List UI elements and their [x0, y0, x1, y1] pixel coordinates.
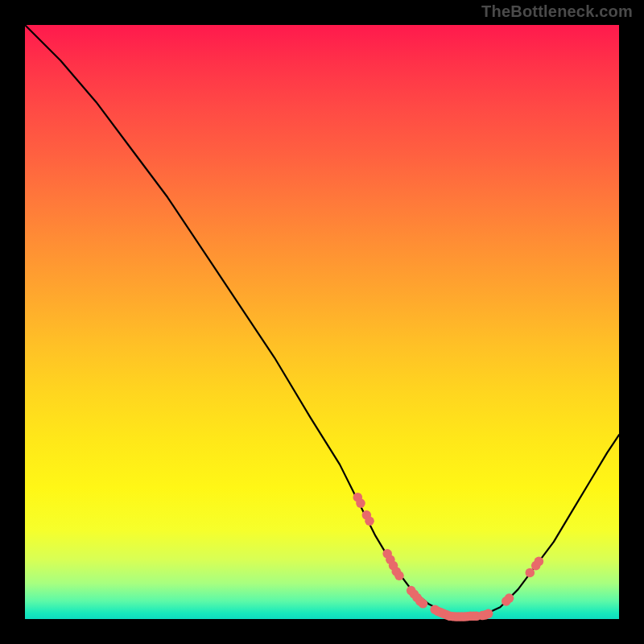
chart-canvas: TheBottleneck.com: [0, 0, 644, 644]
highlight-point: [394, 571, 404, 580]
highlight-point: [526, 568, 535, 578]
watermark-text: TheBottleneck.com: [481, 2, 633, 21]
highlight-point: [484, 609, 493, 619]
highlight-points: [353, 493, 543, 621]
highlight-point: [356, 498, 365, 508]
curve-overlay: [25, 25, 619, 619]
bottleneck-curve: [25, 25, 619, 617]
highlight-point: [505, 593, 514, 603]
highlight-point: [535, 557, 544, 567]
plot-area: [25, 25, 619, 619]
highlight-point: [365, 516, 374, 526]
highlight-point: [419, 599, 428, 609]
